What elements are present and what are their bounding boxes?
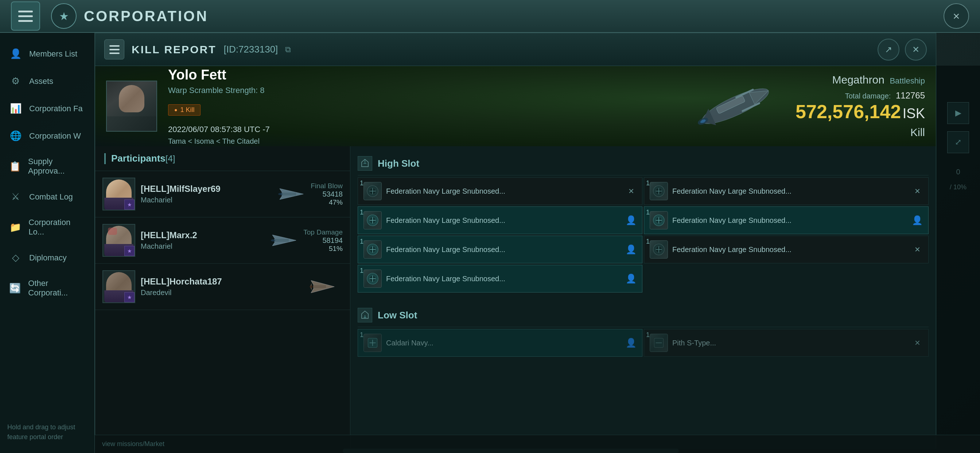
participant-stats-2: Top Damage 58194 51%: [303, 228, 343, 253]
equip-action-close[interactable]: ✕: [625, 186, 636, 196]
sidebar-item-supply[interactable]: 📋 Supply Approva...: [0, 150, 94, 183]
participant-stats-1: Final Blow 53418 47%: [310, 182, 343, 206]
main-area: KILL REPORT [ID:7233130] ⧉ ↗ ✕ Yo: [95, 33, 980, 453]
svg-point-14: [271, 239, 275, 241]
module-icon: [650, 334, 668, 352]
equip-action-close[interactable]: ✕: [912, 186, 923, 196]
sidebar-item-corp-fa[interactable]: 📊 Corporation Fa: [0, 95, 94, 122]
equip-name: Federation Navy Large Snubnosed...: [672, 215, 907, 225]
low-slot-title: Low Slot: [378, 309, 417, 321]
equip-action-close[interactable]: ✕: [912, 337, 923, 348]
right-btn-2[interactable]: ⤢: [947, 131, 969, 153]
svg-point-18: [310, 286, 313, 288]
participant-corp-1: Machariel: [141, 196, 270, 204]
corp-log-icon: 📁: [9, 221, 21, 234]
kr-menu-button[interactable]: [104, 39, 124, 59]
high-slot-section: High Slot 1: [350, 146, 936, 298]
sidebar-item-other-corp[interactable]: 🔄 Other Corporati...: [0, 271, 94, 305]
equip-action-person[interactable]: 👤: [625, 244, 636, 255]
equipment-item[interactable]: 1 Federation Navy Large Snubnosed...: [358, 236, 643, 263]
equip-name: Federation Navy Large Snubnosed...: [386, 215, 621, 225]
bottom-bar: view missions/Market: [95, 435, 980, 453]
isk-value: 572,576,142 ISK: [795, 100, 925, 123]
equip-action-person[interactable]: 👤: [625, 337, 636, 348]
svg-point-11: [278, 193, 283, 195]
participant-name-3: [HELL]Horchata187: [141, 276, 302, 287]
equipment-item[interactable]: 1 Federation Navy Large Snubnosed...: [358, 265, 643, 292]
kr-header-actions: ↗ ✕: [878, 39, 927, 61]
equipment-item[interactable]: 1 Pith S-Type... ✕: [644, 329, 929, 357]
sidebar-item-assets[interactable]: ⚙ Assets: [0, 67, 94, 95]
svg-rect-16: [313, 285, 326, 288]
svg-rect-10: [282, 193, 296, 196]
pilot-avatar: [106, 81, 157, 132]
low-slot-icon: [358, 308, 372, 322]
sidebar-label-other-corp: Other Corporati...: [28, 279, 85, 298]
participants-count: [4]: [165, 153, 175, 164]
participant-ship-1: [276, 185, 305, 203]
corp-badge-1: ★: [124, 199, 135, 210]
equipment-item[interactable]: 1 Federation Navy Large Snubnosed...: [358, 177, 643, 205]
participants-title: Participants: [111, 153, 165, 164]
module-icon: [363, 270, 382, 288]
module-icon: [650, 240, 668, 258]
sidebar-label-diplomacy: Diplomacy: [29, 253, 67, 263]
equipment-item[interactable]: 1 Federation Navy Large Snubnosed...: [644, 177, 929, 205]
module-icon: [363, 182, 382, 200]
pilot-avatar-image: [107, 81, 156, 131]
kill-badge: 1 Kill: [168, 104, 200, 116]
sidebar-item-combat-log[interactable]: ⚔ Combat Log: [0, 183, 94, 211]
low-slot-grid: 1 Caldari Navy... 👤: [358, 329, 929, 357]
svg-rect-13: [274, 239, 289, 242]
corp-logo: ★: [51, 3, 76, 29]
top-bar-close-button[interactable]: ×: [943, 3, 969, 29]
kill-report-body: Participants [4] ★: [95, 146, 936, 453]
participant-corp-3: Daredevil: [141, 289, 302, 297]
sidebar-item-diplomacy[interactable]: ◇ Diplomacy: [0, 244, 94, 271]
sidebar-footer: Hold and drag to adjust feature portal o…: [7, 423, 87, 442]
equipment-item[interactable]: 1 Federation Navy Large Snubnosed...: [358, 206, 643, 234]
kill-label: Kill: [795, 126, 925, 139]
corp-badge-2: ★: [124, 246, 135, 256]
participant-name-2: [HELL]Marx.2: [141, 230, 263, 240]
participant-item[interactable]: ★ [HELL]MilfSlayer69 Machariel: [95, 171, 350, 217]
diplomacy-icon: ◇: [9, 251, 22, 264]
header-accent: [104, 153, 106, 164]
sidebar-label-combat: Combat Log: [29, 192, 73, 202]
total-damage-value: 112765: [896, 91, 925, 100]
kill-report-hero: Yolo Fett Warp Scramble Strength: 8 1 Ki…: [95, 66, 936, 146]
kr-close-button[interactable]: ✕: [905, 39, 927, 61]
kr-title: KILL REPORT: [132, 43, 216, 56]
sidebar-label-supply: Supply Approva...: [28, 157, 85, 176]
equipment-item[interactable]: 1 Federation Navy Large Snubnosed...: [644, 206, 929, 234]
right-btn-1[interactable]: ▶: [947, 102, 969, 124]
sidebar-item-corp-log[interactable]: 📁 Corporation Lo...: [0, 211, 94, 244]
equipment-item[interactable]: 1 Caldari Navy... 👤: [358, 329, 643, 357]
corp-w-icon: 🌐: [9, 129, 22, 142]
participant-corp-2: Machariel: [141, 242, 263, 250]
equip-action-person[interactable]: 👤: [625, 273, 636, 284]
participant-item[interactable]: ★ [HELL]Marx.2 Machariel: [95, 217, 350, 264]
participant-ship-3: [308, 278, 337, 296]
participant-name-1: [HELL]MilfSlayer69: [141, 184, 270, 194]
high-slot-icon: [358, 156, 372, 171]
total-damage-label: Total damage:: [845, 92, 891, 100]
bottom-bar-text: view missions/Market: [102, 440, 164, 448]
participant-item[interactable]: ★ [HELL]Horchata187 Daredevil: [95, 264, 350, 310]
equip-name: Federation Navy Large Snubnosed...: [386, 244, 621, 255]
combat-log-icon: ⚔: [9, 190, 22, 203]
copy-icon[interactable]: ⧉: [285, 45, 291, 54]
sidebar-label-corp-fa: Corporation Fa: [29, 104, 83, 113]
sidebar-item-corp-w[interactable]: 🌐 Corporation W: [0, 122, 94, 150]
equip-action-close[interactable]: ✕: [912, 244, 923, 255]
equip-action-person[interactable]: 👤: [625, 215, 636, 226]
participants-panel: Participants [4] ★: [95, 146, 350, 453]
kr-export-button[interactable]: ↗: [878, 39, 899, 61]
right-panel-zoom: / 10%: [950, 183, 967, 191]
hamburger-button[interactable]: [11, 2, 40, 30]
sidebar-item-members-list[interactable]: 👤 Members List: [0, 40, 94, 67]
equipment-item[interactable]: 1 Federation Navy Large Snubnosed...: [644, 236, 929, 263]
participant-info-2: [HELL]Marx.2 Machariel: [141, 230, 263, 250]
other-corp-icon: 🔄: [9, 282, 21, 295]
equip-action-person[interactable]: 👤: [912, 215, 923, 226]
